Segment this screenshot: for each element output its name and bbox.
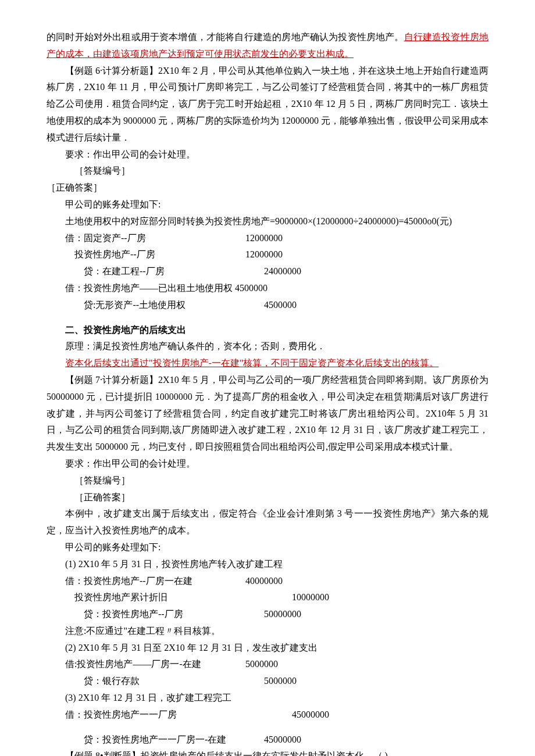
entry-label: 借：投资性房地产一一厂房 xyxy=(65,707,292,723)
example7-step3: (3) 2X10 年 12 月 31 日，改扩建工程完工 xyxy=(47,690,488,707)
entry-amount: 12000000 xyxy=(245,230,283,247)
entry-line: 借：投资性房地产——已出租土地使用权 4500000 xyxy=(47,280,488,297)
entry-label: 贷：投资性房地产--厂房 xyxy=(84,606,264,623)
example7-explanation: 本例中，改扩建支出属于后续支出，假定符合《企业会计准则第 3 号一一投资性房地产… xyxy=(47,506,488,539)
entry-row: 投资性房地产累计折旧 10000000 xyxy=(65,589,488,606)
entry-row-credit: 贷:无形资产--土地使用权 4500000 xyxy=(84,297,488,314)
section2-highlight: 资本化后续支出通过"投资性房地产-一在建"核算，不同于固定资产资本化后续支出的核… xyxy=(65,358,438,368)
entry-amount: 50000000 xyxy=(264,606,301,623)
entry-amount: 12000000 xyxy=(245,246,283,263)
example7-qnum: ［答疑编号］ xyxy=(47,472,488,489)
example7-answer-label: ［正确答案］ xyxy=(47,489,488,506)
entry-label: 借:投资性房地产——厂房一-在建 xyxy=(65,656,245,673)
entry-row: 借：固定资产--厂房 12000000 xyxy=(65,230,488,247)
entry-label: 贷：银行存款 xyxy=(84,673,264,690)
entry-label: 贷：投资性房地产一一厂房一-在建 xyxy=(84,732,264,748)
entry-label: 贷：在建工程--厂房 xyxy=(84,263,264,280)
example6-requirement: 要求：作出甲公司的会计处理。 xyxy=(47,146,488,163)
entry-label: 投资性房地产累计折旧 xyxy=(65,589,292,606)
entry-row: 投资性房地产--厂房 12000000 xyxy=(65,246,488,263)
example7-intro: 甲公司的账务处理如下: xyxy=(47,539,488,556)
section2-title: 二、投资性房地产的后续支出 xyxy=(47,322,488,339)
section2-principle: 原理：满足投资性房地产确认条件的，资本化；否则，费用化． xyxy=(47,338,488,355)
entry-row: 借：投资性房地产--厂房一在建 40000000 xyxy=(65,573,488,590)
entry-row-credit: 贷：在建工程--厂房 24000000 xyxy=(84,263,488,280)
example6-answer-label: ［正确答案］ xyxy=(47,180,488,196)
example6-body: 【例题 6·计算分析题】2X10 年 2 月，甲公司从其他单位购入一块土地，并在… xyxy=(47,63,488,146)
entry-amount: 45000000 xyxy=(264,732,301,748)
entry-label: 借：固定资产--厂房 xyxy=(65,230,245,247)
entry-amount: 10000000 xyxy=(292,589,329,606)
entry-amount: 4500000 xyxy=(264,297,297,314)
entry-label: 贷:无形资产--土地使用权 xyxy=(84,297,264,314)
entry-row-credit: 贷：银行存款 5000000 xyxy=(84,673,488,690)
spacer xyxy=(47,723,488,732)
spacer xyxy=(47,314,488,322)
entry-amount: 45000000 xyxy=(292,707,329,723)
example7-requirement: 要求：作出甲公司的会计处理。 xyxy=(47,456,488,472)
example8-question: 【例题 8•判断题】投资性房地产的后续支出一律在实际发生时予以资本化。（ ) xyxy=(47,748,488,756)
example6-calc: 土地使用权中的对应部分同时转换为投资性房地产=9000000×(12000000… xyxy=(47,213,488,230)
entry-amount: 40000000 xyxy=(245,573,283,590)
entry-amount: 5000000 xyxy=(264,673,297,690)
example7-step1: (1) 2X10 年 5 月 31 日，投资性房地产转入改扩建工程 xyxy=(47,556,488,573)
entry-amount: 5000000 xyxy=(245,656,278,673)
example6-qnum: ［答疑编号］ xyxy=(47,163,488,180)
entry-label: 投资性房地产--厂房 xyxy=(65,246,245,263)
example7-body: 【例题 7·计算分析题】2X10 年 5 月，甲公司与乙公司的一项厂房经营租赁合… xyxy=(47,372,488,456)
intro-text: 的同时开始对外出租或用于资本增值，才能将自行建造的房地产确认为投资性房地产。 xyxy=(47,32,404,42)
example7-step2: (2) 2X10 年 5 月 31 日至 2X10 年 12 月 31 日，发生… xyxy=(47,640,488,657)
example6-answer-intro: 甲公司的账务处理如下: xyxy=(47,196,488,213)
entry-row-credit: 贷：投资性房地产一一厂房一-在建 45000000 xyxy=(84,732,488,748)
example7-note: 注意:不应通过"在建工程〃科目核算。 xyxy=(47,623,488,640)
entry-row-credit: 贷：投资性房地产--厂房 50000000 xyxy=(84,606,488,623)
entry-label: 借：投资性房地产--厂房一在建 xyxy=(65,573,245,590)
intro-paragraph: 的同时开始对外出租或用于资本增值，才能将自行建造的房地产确认为投资性房地产。自行… xyxy=(47,29,488,63)
entry-row: 借:投资性房地产——厂房一-在建 5000000 xyxy=(65,656,488,673)
entry-row: 借：投资性房地产一一厂房 45000000 xyxy=(65,707,488,723)
entry-amount: 24000000 xyxy=(264,263,301,280)
